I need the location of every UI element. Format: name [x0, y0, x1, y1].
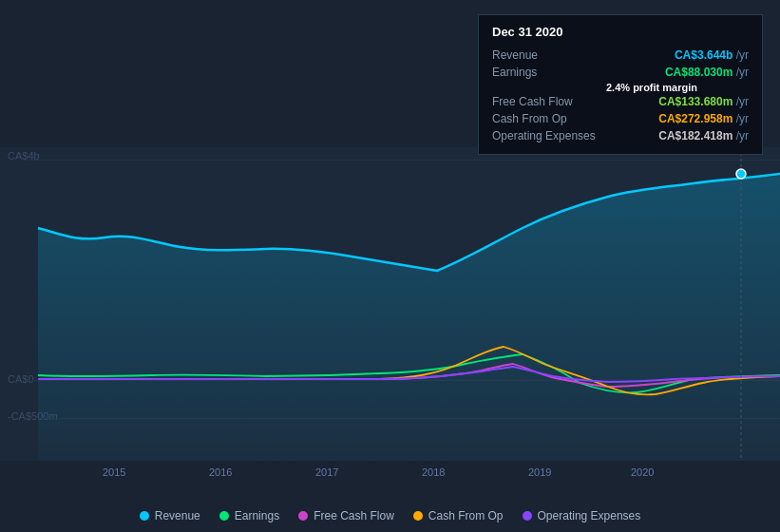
- tooltip-row-opex: Operating Expenses CA$182.418m /yr: [492, 127, 749, 144]
- legend-item-fcf[interactable]: Free Cash Flow: [298, 509, 394, 522]
- revenue-legend-label: Revenue: [155, 509, 200, 522]
- earnings-label: Earnings: [492, 66, 606, 79]
- revenue-legend-dot: [140, 511, 149, 521]
- svg-point-3: [736, 169, 746, 179]
- opex-legend-label: Operating Expenses: [538, 509, 641, 522]
- cashop-value: CA$272.958m /yr: [658, 112, 749, 125]
- x-label-2015: 2015: [103, 466, 125, 478]
- tooltip-box: Dec 31 2020 Revenue CA$3.644b /yr Earnin…: [478, 14, 763, 155]
- tooltip-date: Dec 31 2020: [492, 25, 749, 39]
- legend-item-cashop[interactable]: Cash From Op: [413, 509, 504, 522]
- fcf-label: Free Cash Flow: [492, 95, 606, 108]
- profit-margin: 2.4% profit margin: [606, 82, 749, 93]
- revenue-label: Revenue: [492, 48, 606, 62]
- x-label-2018: 2018: [422, 466, 445, 478]
- earnings-value: CA$88.030m /yr: [665, 66, 749, 79]
- fcf-value: CA$133.680m /yr: [658, 95, 749, 108]
- fcf-legend-dot: [298, 511, 308, 521]
- chart-area: Dec 31 2020 Revenue CA$3.644b /yr Earnin…: [0, 0, 780, 532]
- legend-item-revenue[interactable]: Revenue: [140, 509, 200, 522]
- x-label-2016: 2016: [209, 466, 232, 478]
- opex-legend-dot: [523, 511, 532, 521]
- cashop-legend-label: Cash From Op: [428, 509, 504, 522]
- cashop-label: Cash From Op: [492, 112, 606, 125]
- legend-item-earnings[interactable]: Earnings: [219, 509, 279, 522]
- revenue-value: CA$3.644b /yr: [675, 48, 749, 62]
- tooltip-row-revenue: Revenue CA$3.644b /yr: [492, 47, 749, 64]
- x-label-2020: 2020: [631, 466, 654, 478]
- x-label-2017: 2017: [315, 466, 338, 478]
- legend: Revenue Earnings Free Cash Flow Cash Fro…: [0, 509, 780, 522]
- tooltip-row-cashop: Cash From Op CA$272.958m /yr: [492, 110, 749, 127]
- cashop-legend-dot: [413, 511, 423, 521]
- tooltip-row-earnings: Earnings CA$88.030m /yr: [492, 64, 749, 81]
- x-label-2019: 2019: [528, 466, 551, 478]
- opex-value: CA$182.418m /yr: [658, 129, 749, 142]
- opex-label: Operating Expenses: [492, 129, 606, 142]
- tooltip-row-fcf: Free Cash Flow CA$133.680m /yr: [492, 93, 749, 110]
- chart-svg: [0, 147, 780, 461]
- earnings-legend-dot: [219, 511, 229, 521]
- earnings-legend-label: Earnings: [235, 509, 279, 522]
- legend-item-opex[interactable]: Operating Expenses: [523, 509, 641, 522]
- fcf-legend-label: Free Cash Flow: [314, 509, 394, 522]
